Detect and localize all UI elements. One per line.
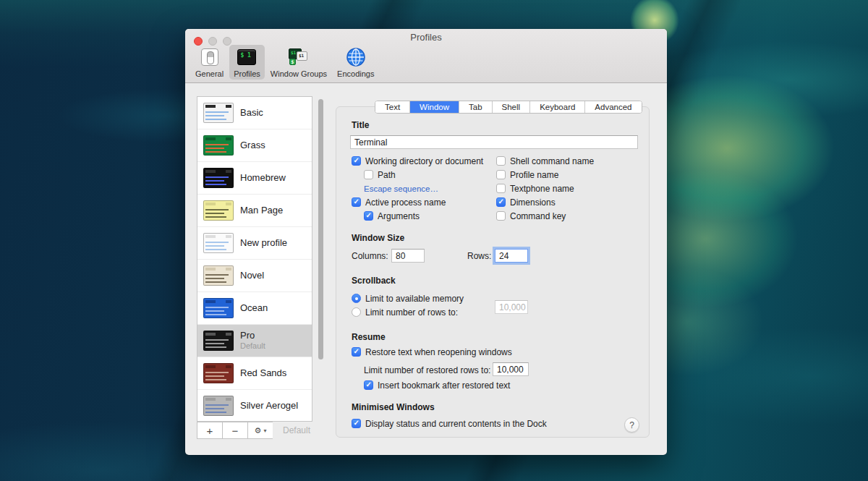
- dimensions-checkbox[interactable]: [496, 197, 506, 207]
- rows-input[interactable]: 24: [495, 249, 528, 263]
- scrollback-heading: Scrollback: [352, 276, 396, 286]
- profile-row-red-sands[interactable]: Red Sands: [197, 357, 312, 390]
- dock-status-checkbox-row[interactable]: Display status and current contents in t…: [352, 417, 547, 430]
- globe-icon: [346, 47, 366, 67]
- checkbox-label: Dimensions: [510, 197, 556, 208]
- add-profile-button[interactable]: +: [197, 422, 222, 439]
- restore-text-checkbox-row[interactable]: Restore text when reopening windows: [352, 345, 512, 359]
- resume-heading: Resume: [352, 332, 386, 342]
- working-directory-or-document-checkbox[interactable]: [352, 156, 361, 166]
- insert-bookmark-checkbox[interactable]: [364, 380, 373, 390]
- limit-to-available-memory-radio[interactable]: [352, 294, 361, 303]
- profile-name: Silver Aerogel: [240, 401, 298, 412]
- checkbox-label: Arguments: [378, 211, 420, 221]
- rows-label: Rows:: [467, 251, 491, 261]
- terminal-icon: $ 1: [237, 47, 257, 67]
- restored-rows-label: Limit number of restored rows to:: [364, 365, 490, 375]
- title-input[interactable]: Terminal: [350, 135, 638, 149]
- tab-advanced[interactable]: Advanced: [585, 101, 641, 113]
- command-key-checkbox[interactable]: [496, 211, 506, 221]
- columns-input[interactable]: 80: [391, 249, 425, 263]
- profile-row-man-page[interactable]: Man Page: [197, 195, 312, 227]
- profile-thumbnail: [203, 331, 234, 351]
- toggle-switch-icon: [200, 47, 220, 67]
- tab-tab[interactable]: Tab: [459, 101, 493, 113]
- escape-sequence--link[interactable]: Escape sequence…: [352, 182, 483, 195]
- scrollback-rows-input[interactable]: 10,000: [495, 300, 528, 314]
- insert-bookmark-checkbox-row[interactable]: Insert bookmark after restored text: [364, 378, 510, 392]
- profile-default-badge: Default: [240, 341, 265, 351]
- textphone-name-checkbox-row[interactable]: Textphone name: [496, 182, 594, 195]
- toolbar-item-profiles[interactable]: $ 1Profiles: [229, 45, 265, 80]
- minimised-windows-heading: Minimised Windows: [352, 402, 435, 412]
- active-process-name-checkbox[interactable]: [352, 197, 361, 207]
- checkbox-label: Working directory or document: [365, 156, 483, 166]
- profile-thumbnail: [203, 396, 234, 416]
- escape-sequence--link[interactable]: Escape sequence…: [364, 184, 438, 193]
- window-chrome: Profiles General$ 1Profiles$1$1$Window G…: [185, 29, 667, 83]
- shell-command-name-checkbox[interactable]: [496, 156, 506, 166]
- limit-number-of-rows-to--radio-row[interactable]: Limit number of rows to:: [352, 305, 464, 319]
- desktop: { "window": { "title": "Profiles", "tool…: [0, 0, 868, 481]
- profile-thumbnail: [203, 298, 234, 318]
- active-process-name-checkbox-row[interactable]: Active process name: [352, 195, 483, 209]
- path-checkbox[interactable]: [364, 170, 373, 179]
- profile-actions-menu-button[interactable]: ⚙ ▾: [247, 422, 273, 439]
- working-directory-or-document-checkbox-row[interactable]: Working directory or document: [352, 154, 483, 168]
- profile-row-novel[interactable]: Novel: [197, 260, 312, 292]
- profile-row-grass[interactable]: Grass: [197, 129, 312, 162]
- restore-text-checkbox[interactable]: [352, 347, 361, 357]
- set-default-button[interactable]: Default: [273, 422, 320, 439]
- toolbar-item-general[interactable]: General: [191, 45, 228, 80]
- textphone-name-checkbox[interactable]: [496, 184, 506, 193]
- dimensions-checkbox-row[interactable]: Dimensions: [496, 195, 594, 209]
- help-button[interactable]: ?: [624, 417, 639, 433]
- restore-text-label: Restore text when reopening windows: [365, 347, 512, 357]
- remove-profile-button[interactable]: −: [222, 422, 247, 439]
- scrollbar-thumb[interactable]: [318, 99, 323, 359]
- limit-to-available-memory-radio-row[interactable]: Limit to available memory: [352, 291, 464, 305]
- preferences-window: Profiles General$ 1Profiles$1$1$Window G…: [185, 29, 667, 455]
- profile-name: Basic: [240, 108, 263, 119]
- title-components-left: Working directory or documentPathEscape …: [352, 154, 483, 223]
- limit-number-of-rows-to--radio[interactable]: [352, 307, 361, 317]
- profile-row-silver-aerogel[interactable]: Silver Aerogel: [197, 390, 312, 422]
- radio-label: Limit to available memory: [365, 294, 464, 304]
- dock-status-checkbox[interactable]: [352, 419, 361, 428]
- profile-row-homebrew[interactable]: Homebrew: [197, 162, 312, 195]
- chevron-down-icon: ▾: [263, 427, 266, 434]
- toolbar-item-label: Profiles: [234, 69, 260, 78]
- profile-row-pro[interactable]: ProDefault: [197, 325, 312, 357]
- columns-label: Columns:: [352, 251, 388, 261]
- shell-command-name-checkbox-row[interactable]: Shell command name: [496, 154, 594, 168]
- profile-thumbnail: [203, 200, 234, 221]
- arguments-checkbox[interactable]: [364, 211, 373, 221]
- checkbox-label: Textphone name: [510, 184, 574, 194]
- toolbar-item-encodings[interactable]: Encodings: [333, 45, 378, 80]
- toolbar-item-label: Window Groups: [271, 69, 327, 78]
- arguments-checkbox-row[interactable]: Arguments: [352, 209, 483, 223]
- tab-window[interactable]: Window: [410, 101, 459, 113]
- checkbox-label: Path: [378, 170, 396, 180]
- insert-bookmark-label: Insert bookmark after restored text: [378, 380, 510, 391]
- restored-rows-input[interactable]: 10,000: [493, 362, 529, 376]
- title-heading: Title: [352, 120, 369, 130]
- profile-name-checkbox-row[interactable]: Profile name: [496, 168, 594, 182]
- tab-keyboard[interactable]: Keyboard: [530, 101, 585, 113]
- toolbar-item-window-groups[interactable]: $1$1$Window Groups: [266, 45, 331, 80]
- gear-icon: ⚙: [255, 426, 262, 435]
- toolbar-item-label: General: [195, 69, 224, 78]
- tab-shell[interactable]: Shell: [493, 101, 531, 113]
- path-checkbox-row[interactable]: Path: [352, 168, 483, 182]
- profile-row-basic[interactable]: Basic: [197, 97, 312, 129]
- scrollback-options: Limit to available memoryLimit number of…: [352, 291, 464, 319]
- profile-name-checkbox[interactable]: [496, 170, 506, 179]
- tab-text[interactable]: Text: [375, 101, 410, 113]
- checkbox-label: Active process name: [365, 197, 446, 208]
- profile-row-new-profile[interactable]: New profile: [197, 227, 312, 260]
- window-size-heading: Window Size: [352, 233, 404, 243]
- profile-name: Novel: [240, 271, 264, 281]
- dock-status-label: Display status and current contents in t…: [365, 419, 547, 429]
- profile-row-ocean[interactable]: Ocean: [197, 292, 312, 325]
- command-key-checkbox-row[interactable]: Command key: [496, 209, 594, 223]
